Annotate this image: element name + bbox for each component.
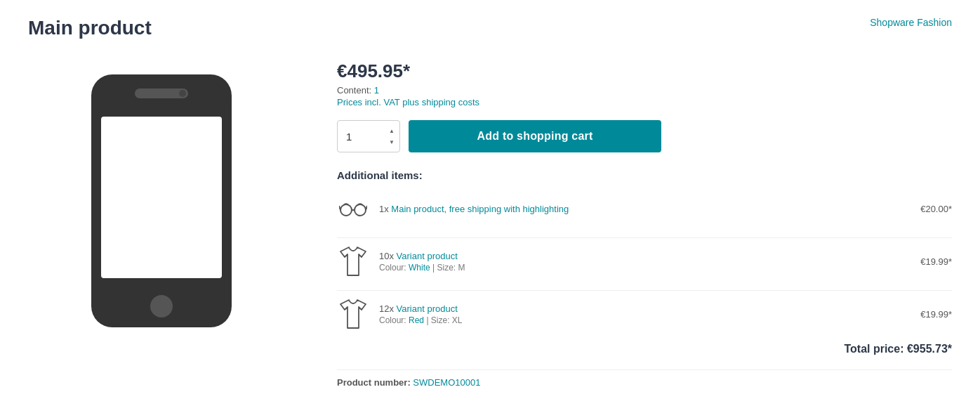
shirt-icon xyxy=(337,245,369,277)
divider xyxy=(337,369,952,370)
product-number-label: Product number: xyxy=(337,377,411,388)
svg-point-6 xyxy=(355,204,366,216)
product-number-value: SWDEMO10001 xyxy=(413,377,480,388)
product-details: €495.95* Content: 1 Prices incl. VAT plu… xyxy=(337,53,952,388)
item-name: 12x Variant product xyxy=(379,303,911,314)
item-info: 10x Variant product Colour: White | Size… xyxy=(379,251,911,273)
vat-line: Prices incl. VAT plus shipping costs xyxy=(337,97,952,107)
top-bar: Main product Shopware Fashion xyxy=(28,17,952,39)
svg-rect-1 xyxy=(101,117,222,278)
svg-point-3 xyxy=(150,295,173,317)
content-line: Content: 1 xyxy=(337,85,952,96)
product-image xyxy=(84,67,239,334)
item-name: 1x Main product, free shipping with high… xyxy=(379,204,911,214)
product-image-area xyxy=(28,53,295,348)
qty-up-button[interactable]: ▲ xyxy=(386,126,397,136)
page-title: Main product xyxy=(28,17,152,39)
divider xyxy=(337,237,952,238)
svg-line-9 xyxy=(366,206,367,210)
total-price-label: Total price: xyxy=(844,343,903,355)
divider xyxy=(337,290,952,291)
shirt-icon xyxy=(337,298,369,330)
glasses-icon xyxy=(337,192,369,225)
page-wrapper: Main product Shopware Fashion €495.95* xyxy=(0,0,980,406)
item-info: 1x Main product, free shipping with high… xyxy=(379,204,911,214)
total-price-value: €955.73* xyxy=(907,343,952,355)
item-info: 12x Variant product Colour: Red | Size: … xyxy=(379,303,911,325)
item-name: 10x Variant product xyxy=(379,251,911,261)
add-to-cart-button[interactable]: Add to shopping cart xyxy=(409,120,661,152)
svg-line-8 xyxy=(339,206,340,210)
item-name-link[interactable]: Main product, free shipping with highlig… xyxy=(391,204,569,214)
add-to-cart-row: ▲ ▼ Add to shopping cart xyxy=(337,120,952,152)
product-price: €495.95* xyxy=(337,60,952,82)
breadcrumb-link[interactable]: Shopware Fashion xyxy=(870,17,952,28)
qty-down-button[interactable]: ▼ xyxy=(386,137,397,147)
quantity-wrapper: ▲ ▼ xyxy=(337,120,400,152)
svg-point-5 xyxy=(340,204,352,216)
additional-items-list: 1x Main product, free shipping with high… xyxy=(337,192,952,330)
product-number-row: Product number: SWDEMO10001 xyxy=(337,377,952,388)
content-value[interactable]: 1 xyxy=(374,85,379,96)
item-name-link[interactable]: Variant product xyxy=(397,251,458,261)
list-item: 1x Main product, free shipping with high… xyxy=(337,192,952,225)
item-price: €19.99* xyxy=(920,309,952,320)
list-item: 12x Variant product Colour: Red | Size: … xyxy=(337,298,952,330)
qty-spinners: ▲ ▼ xyxy=(386,126,397,147)
content-label: Content: xyxy=(337,85,371,96)
item-sub: Colour: Red | Size: XL xyxy=(379,315,911,325)
additional-items-title: Additional items: xyxy=(337,169,952,181)
item-price: €20.00* xyxy=(920,204,952,214)
main-content: €495.95* Content: 1 Prices incl. VAT plu… xyxy=(28,53,952,388)
item-name-link[interactable]: Variant product xyxy=(397,303,458,314)
price-block: €495.95* Content: 1 Prices incl. VAT plu… xyxy=(337,60,952,107)
item-price: €19.99* xyxy=(920,256,952,267)
item-sub: Colour: White | Size: M xyxy=(379,263,911,273)
list-item: 10x Variant product Colour: White | Size… xyxy=(337,245,952,277)
total-price-row: Total price: €955.73* xyxy=(337,343,952,355)
svg-point-4 xyxy=(179,90,186,97)
